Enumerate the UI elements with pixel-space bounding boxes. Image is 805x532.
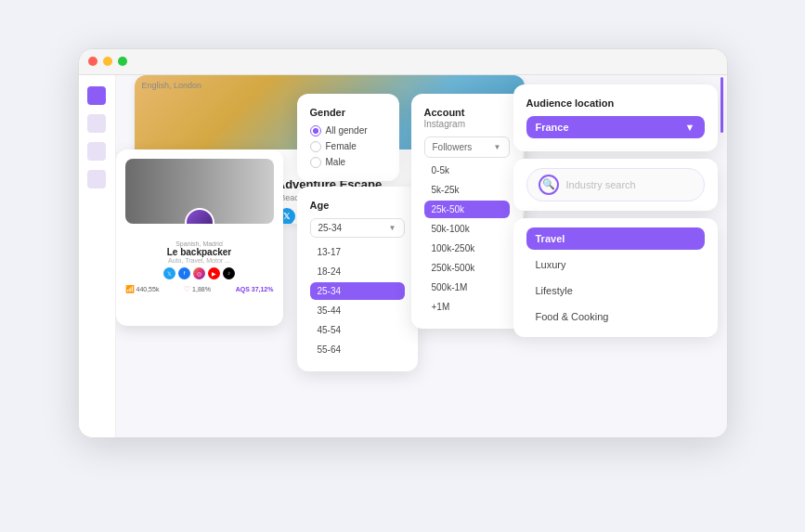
gender-male[interactable]: Male — [310, 157, 386, 168]
profile-left-name: Le backpacker — [125, 247, 274, 257]
gender-options: All gender Female Male — [310, 125, 386, 168]
scene: English, London 👩 Adventure.Escape Beach… — [22, 20, 784, 513]
sidebar-item-2[interactable] — [87, 114, 106, 133]
followers-stat: 📶 440,55k — [125, 285, 160, 293]
sidebar — [79, 75, 116, 437]
location-label: France — [536, 122, 569, 133]
industry-list: Travel Luxury Lifestyle Food & Cooking — [526, 227, 705, 328]
industry-lifestyle[interactable]: Lifestyle — [526, 279, 705, 302]
followers-500k-1m[interactable]: 500k-1M — [424, 279, 510, 296]
sidebar-item-1[interactable] — [87, 86, 106, 105]
followers-plus-1m[interactable]: +1M — [424, 298, 510, 316]
followers-dropdown[interactable]: Followers ▼ — [424, 136, 510, 158]
left-youtube-icon: ▶ — [208, 267, 220, 279]
followers-25k-50k[interactable]: 25k-50k — [424, 201, 510, 218]
right-panel: Audience location France ▼ 🔍 Industry se… — [513, 84, 718, 337]
left-instagram-icon: ◎ — [193, 267, 205, 279]
gender-all-gender[interactable]: All gender — [310, 125, 386, 136]
age-dropdown[interactable]: 25-34 ▼ — [310, 218, 405, 238]
age-list: 13-17 18-24 25-34 35-44 45-54 55-64 — [310, 243, 405, 358]
engagement-stat: ♡ 1,88% — [184, 285, 211, 293]
left-tiktok-icon: ♪ — [223, 267, 235, 279]
left-facebook-icon: f — [178, 267, 190, 279]
industry-search-placeholder: Industry search — [566, 179, 636, 190]
laptop-content: English, London 👩 Adventure.Escape Beach… — [79, 75, 727, 437]
radio-male — [310, 157, 321, 168]
industry-search-bar[interactable]: 🔍 Industry search — [526, 168, 705, 201]
age-13-17[interactable]: 13-17 — [310, 243, 405, 261]
audience-section: Audience location France ▼ — [513, 84, 718, 151]
account-panel-title: Account Instagram — [424, 107, 510, 129]
industry-travel[interactable]: Travel — [526, 227, 705, 250]
followers-50k-100k[interactable]: 50k-100k — [424, 220, 510, 238]
profile-left-social: 𝕏 f ◎ ▶ ♪ — [125, 267, 274, 279]
search-section: 🔍 Industry search — [513, 159, 718, 211]
sidebar-item-4[interactable] — [87, 170, 106, 188]
age-45-54[interactable]: 45-54 — [310, 321, 405, 339]
follower-list: 0-5k 5k-25k 25k-50k 50k-100k 100k-250k 2… — [424, 162, 510, 316]
followers-5k-25k[interactable]: 5k-25k — [424, 181, 510, 199]
expand-dot — [118, 57, 127, 66]
followers-100k-250k[interactable]: 100k-250k — [424, 240, 510, 257]
age-panel: Age 25-34 ▼ 13-17 18-24 25-34 35-44 45-5… — [297, 187, 418, 371]
radio-all-gender — [310, 125, 321, 136]
sidebar-item-3[interactable] — [87, 142, 106, 161]
search-icon: 🔍 — [539, 175, 559, 195]
followers-250k-500k[interactable]: 250k-500k — [424, 259, 510, 277]
left-twitter-icon: 𝕏 — [163, 267, 175, 279]
profile-left-description: Auto, Travel, Motor ... — [125, 257, 274, 264]
minimize-dot — [103, 57, 112, 66]
audience-title: Audience location — [526, 97, 705, 109]
profile-left-banner — [125, 159, 274, 224]
age-25-34[interactable]: 25-34 — [310, 282, 405, 300]
gender-panel-title: Gender — [310, 107, 386, 118]
profile-card-left: Spanish, Madrid Le backpacker Auto, Trav… — [116, 149, 283, 326]
chevron-down-icon: ▼ — [685, 122, 695, 133]
age-18-24[interactable]: 18-24 — [310, 263, 405, 280]
close-dot — [88, 57, 97, 66]
age-35-44[interactable]: 35-44 — [310, 302, 405, 319]
account-panel: Account Instagram Followers ▼ 0-5k 5k-25… — [411, 94, 523, 329]
browser-top-bar — [79, 49, 727, 75]
age-55-64[interactable]: 55-64 — [310, 341, 405, 358]
radio-female — [310, 141, 321, 152]
industry-food-cooking[interactable]: Food & Cooking — [526, 305, 705, 328]
followers-0-5k[interactable]: 0-5k — [424, 162, 510, 179]
profile-left-info: Spanish, Madrid Le backpacker Auto, Trav… — [125, 240, 274, 264]
industry-luxury[interactable]: Luxury — [526, 253, 705, 276]
profile-left-location: Spanish, Madrid — [125, 240, 274, 247]
gender-panel: Gender All gender Female Male — [297, 94, 399, 181]
aqs-stat: AQS 37,12% — [236, 286, 274, 292]
industry-section: Travel Luxury Lifestyle Food & Cooking — [513, 218, 718, 337]
age-panel-title: Age — [310, 200, 405, 211]
gender-female[interactable]: Female — [310, 141, 386, 152]
laptop-frame: English, London 👩 Adventure.Escape Beach… — [78, 48, 728, 438]
main-content: English, London 👩 Adventure.Escape Beach… — [116, 75, 727, 437]
profile-location: English, London — [142, 81, 202, 90]
chevron-down-icon: ▼ — [494, 143, 501, 151]
location-badge[interactable]: France ▼ — [526, 116, 705, 138]
chevron-down-icon: ▼ — [389, 224, 396, 232]
profile-left-stats: 📶 440,55k ♡ 1,88% AQS 37,12% — [125, 285, 274, 293]
